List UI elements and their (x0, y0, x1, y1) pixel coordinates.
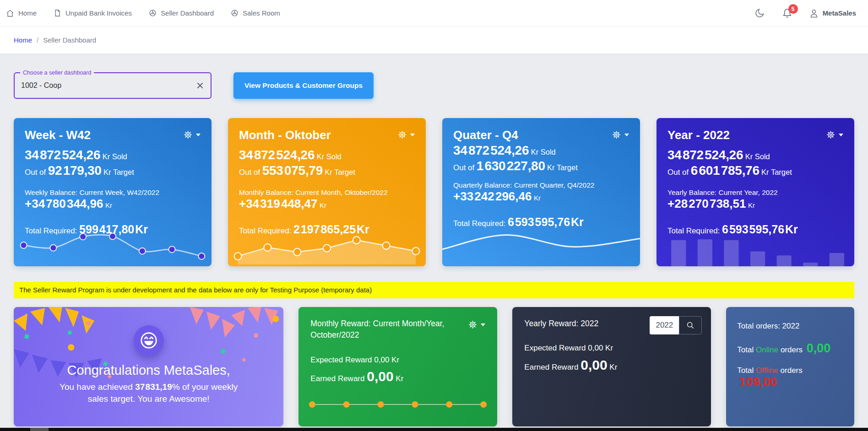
quarter-card-settings-button[interactable] (612, 130, 629, 140)
yearly-reward-card: Yearly Reward: 2022 Expected Reward 0,00… (512, 307, 711, 426)
month-balance-label: Monthly Balance: Current Month, Oktober/… (239, 189, 415, 197)
year-balance-value: +28 270 738,51 Kr (667, 197, 843, 211)
user-menu[interactable]: MetaSales (809, 8, 856, 18)
month-card: Month - Oktober 34 872 524,26 Kr Sold Ou… (228, 118, 426, 266)
online-orders-line: Total Online orders 0,00 (737, 341, 843, 356)
document-icon (53, 9, 62, 17)
monthly-reward-settings-button[interactable] (468, 320, 485, 329)
smiley-icon (134, 325, 164, 356)
total-orders-card: Total orders: 2022 Total Online orders 0… (726, 307, 854, 426)
monthly-reward-title: Monthly Reward: Current Month/Year, Octo… (310, 318, 448, 341)
yearly-reward-title: Yearly Reward: 2022 (524, 318, 662, 329)
congrats-card: Congratulations MetaSales, You have achi… (14, 307, 283, 426)
top-navbar: Home Unpaid Bank Invoices Seller Dashboa… (0, 0, 868, 27)
main-nav: Home Unpaid Bank Invoices Seller Dashboa… (5, 9, 280, 18)
chevron-down-icon (839, 134, 843, 136)
quarter-balance-label: Quarterly Balance: Current Quarter, Q4/2… (453, 181, 629, 189)
breadcrumb-current: Seller Dashboard (43, 36, 96, 44)
week-balance-value: +34 780 344,96 Kr (25, 197, 201, 211)
dark-mode-toggle[interactable] (754, 8, 765, 19)
month-sold: 34 872 524,26 Kr Sold (239, 148, 415, 162)
moon-icon (754, 8, 765, 19)
week-card-settings-button[interactable] (183, 130, 201, 140)
monthly-reward-chart (309, 399, 487, 409)
clear-icon[interactable] (190, 81, 211, 90)
breadcrumb: Home / Seller Dashboard (0, 27, 868, 54)
offline-orders-line: Total Offline orders 109,00 (737, 366, 843, 389)
year-sold: 34 872 524,26 Kr Sold (667, 148, 843, 162)
nav-item-seller-dashboard[interactable]: Seller Dashboard (148, 9, 214, 17)
monthly-earned-reward: Earned Reward 0,00 Kr (310, 366, 485, 388)
year-target: Out of 6 601 785,76 Kr Target (667, 162, 843, 178)
month-card-title: Month - Oktober (239, 128, 331, 142)
month-sparkline-chart (228, 228, 426, 266)
seller-dashboard-input[interactable] (15, 81, 190, 90)
yearly-earned-reward: Earned Reward 0,00 Kr (524, 355, 699, 376)
congrats-subtext: You have achieved 37 831,19% of your wee… (58, 381, 239, 404)
month-balance-value: +34 319 448,47 Kr (239, 197, 415, 211)
year-card: Year - 2022 34 872 524,26 Kr Sold Out of… (656, 118, 854, 266)
congrats-heading: Congratulations MetaSales, (14, 363, 283, 378)
week-sold: 34 872 524,26 Kr Sold (25, 148, 201, 162)
seller-dashboard-select-label: Choose a seller dashboard (20, 69, 94, 76)
year-bars-chart (656, 224, 854, 266)
notification-badge: 5 (788, 4, 798, 14)
chevron-down-icon (624, 134, 629, 136)
week-card-title: Week - W42 (25, 128, 91, 142)
app-root: Home Unpaid Bank Invoices Seller Dashboa… (0, 0, 868, 426)
monthly-reward-card: Monthly Reward: Current Month/Year, Octo… (298, 307, 497, 426)
month-target: Out of 553 075,79 Kr Target (239, 162, 415, 178)
home-icon (5, 9, 15, 18)
search-icon (686, 321, 695, 330)
quarter-target: Out of 1 630 227,80 Kr Target (453, 158, 629, 174)
gear-icon (468, 320, 477, 329)
search-button[interactable] (679, 316, 702, 334)
year-search-group (650, 316, 702, 334)
navbar-right: 5 MetaSales (754, 8, 856, 19)
quarter-wave-chart (442, 224, 640, 266)
wheel-icon (230, 9, 239, 17)
quarter-balance-value: +33 242 296,46 Kr (453, 189, 629, 204)
gear-icon (826, 130, 835, 140)
nav-label-unpaid-bank-invoices: Unpaid Bank Invoices (65, 9, 132, 17)
page-content: Choose a seller dashboard View Products … (0, 72, 868, 426)
week-target: Out of 92 179,30 Kr Target (25, 162, 201, 178)
total-orders-title: Total orders: 2022 (737, 322, 843, 331)
wheel-icon (148, 9, 157, 17)
user-name: MetaSales (823, 9, 856, 17)
week-card: Week - W42 34 872 524,26 Kr Sold Out of … (14, 118, 212, 266)
nav-item-unpaid-bank-invoices[interactable]: Unpaid Bank Invoices (53, 9, 132, 17)
month-card-settings-button[interactable] (397, 130, 415, 140)
chevron-down-icon (481, 323, 485, 326)
nav-label-home: Home (18, 9, 37, 17)
breadcrumb-separator: / (37, 36, 38, 44)
gear-icon (183, 130, 193, 140)
nav-item-sales-room[interactable]: Sales Room (230, 9, 280, 17)
quarter-sold: 34 872 524,26 Kr Sold (453, 143, 629, 158)
year-balance-label: Yearly Balance: Current Year, 2022 (667, 189, 843, 197)
year-card-settings-button[interactable] (826, 130, 843, 140)
monthly-expected-reward: Expected Reward 0,00 Kr (310, 354, 485, 366)
period-cards-row: Week - W42 34 872 524,26 Kr Sold Out of … (14, 118, 854, 266)
nav-label-seller-dashboard: Seller Dashboard (161, 9, 214, 17)
picker-row: Choose a seller dashboard View Products … (14, 72, 854, 99)
week-sparkline-chart (14, 228, 212, 266)
view-products-button[interactable]: View Products & Customer Groups (233, 72, 374, 99)
user-icon (809, 8, 819, 18)
year-input[interactable] (650, 316, 679, 334)
gear-icon (612, 130, 621, 140)
warning-banner: The Seller Reward Program is under devel… (14, 282, 854, 298)
horizontal-scrollbar[interactable] (0, 428, 868, 431)
nav-item-home[interactable]: Home (5, 9, 37, 18)
chevron-down-icon (196, 134, 201, 136)
scrollbar-thumb[interactable] (30, 428, 49, 431)
notifications-button[interactable]: 5 (782, 8, 792, 18)
year-card-title: Year - 2022 (667, 128, 730, 142)
yearly-expected-reward: Expected Reward 0,00 Kr (524, 342, 699, 354)
seller-dashboard-select[interactable]: Choose a seller dashboard (14, 72, 212, 99)
chevron-down-icon (410, 134, 415, 136)
gear-icon (397, 130, 407, 140)
breadcrumb-home-link[interactable]: Home (14, 36, 32, 44)
quarter-card: Quater - Q4 34 872 524,26 Kr Sold Out of… (442, 118, 640, 266)
nav-label-sales-room: Sales Room (243, 9, 280, 17)
